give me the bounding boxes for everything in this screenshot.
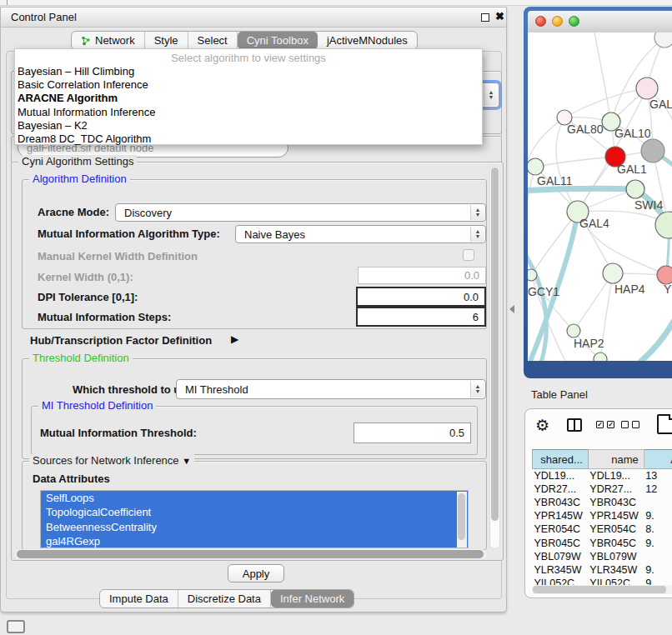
data-attributes-list[interactable]: SelfLoopsTopologicalCoefficientBetweenne… (40, 490, 469, 548)
settings-vertical-scrollbar[interactable] (489, 166, 500, 549)
network-node-hap2[interactable] (567, 324, 580, 338)
close-window-icon[interactable] (535, 16, 546, 27)
network-canvas[interactable]: GALGAL80GAL10GAL1GAL11SWI4GAL4GCY1HAP4YH… (528, 32, 672, 361)
mi-steps-value: 6 (473, 311, 479, 323)
deselect-all-box-icon[interactable] (621, 421, 629, 428)
network-node-swi4[interactable] (626, 180, 644, 198)
network-node[interactable] (655, 212, 672, 238)
table-row[interactable]: YDL19...YDL19...13 (533, 469, 672, 482)
deselect-all-box-icon[interactable] (632, 421, 639, 428)
network-node-gcy1[interactable] (528, 269, 537, 281)
tab-impute-data[interactable]: Impute Data (100, 590, 178, 608)
table-cell: YBR045C (533, 536, 589, 549)
table-row[interactable]: YLR345WYLR345W9. (533, 563, 672, 577)
manual-kernel-checkbox[interactable] (463, 249, 474, 261)
table-row[interactable]: YER054CYER054C8. (533, 522, 672, 536)
aracne-mode-combo[interactable]: Discovery ▲▼ (115, 203, 486, 222)
table-row[interactable]: YBR045CYBR045C9. (533, 536, 672, 549)
table-cell: 12 (644, 482, 672, 496)
top-toolbar-strip (0, 0, 672, 6)
tab-cyni-toolbox[interactable]: Cyni Toolbox (238, 32, 318, 49)
export-document-icon[interactable] (657, 414, 672, 434)
column-visibility-icon[interactable] (567, 418, 582, 432)
cyni-bottom-tabbar: Impute DataDiscretize DataInfer Network (99, 589, 354, 608)
settings-horizontal-scrollbar[interactable] (15, 549, 487, 559)
algorithm-option-dream8-dc-tdc-algorithm[interactable]: Dream8 DC_TDC Algorithm (15, 132, 482, 146)
tab-network[interactable]: Network (72, 32, 145, 49)
mi-threshold-field[interactable]: 0.5 (354, 422, 471, 443)
select-all-check-icon[interactable]: ✓ (596, 421, 604, 428)
network-window-titlebar[interactable] (528, 11, 672, 32)
attribute-item-selfloops[interactable]: SelfLoops (41, 491, 468, 505)
node-label-gal: GAL (649, 98, 672, 111)
table-panel-title: Table Panel (531, 388, 588, 401)
mi-algorithm-type-combo[interactable]: Naive Bayes ▲▼ (235, 225, 486, 243)
which-threshold-combo[interactable]: MI Threshold ▲▼ (176, 379, 486, 399)
attribute-item-gal4rgexp[interactable]: gal4RGexp (41, 534, 468, 548)
settings-gear-icon[interactable]: ⚙ (535, 416, 549, 435)
hub-expand-icon[interactable]: ▶ (231, 333, 238, 345)
attribute-item-topologicalcoefficient[interactable]: TopologicalCoefficient (41, 505, 468, 519)
mi-steps-label: Mutual Information Steps: (38, 311, 171, 323)
attributes-list-scrollbar[interactable] (457, 492, 467, 548)
node-label-hap4: HAP4 (614, 282, 645, 296)
column-header-shared-[interactable]: shared... (533, 450, 589, 469)
network-node[interactable] (654, 32, 672, 48)
column-header-name[interactable]: name (588, 450, 644, 469)
table-cell: YDL19... (588, 469, 644, 482)
panel-divider-grip[interactable] (509, 305, 514, 313)
sources-group: Sources for Network Inference ▼ Data Att… (22, 461, 487, 550)
sources-collapse-icon[interactable]: ▼ (182, 456, 191, 466)
control-panel-titlebar: Control Panel ✖ (1, 8, 506, 28)
mi-steps-field[interactable]: 6 (356, 307, 486, 327)
kernel-width-label: Kernel Width (0,1): (38, 271, 133, 283)
table-cell: YLR345W (533, 563, 589, 577)
apply-button[interactable]: Apply (228, 564, 284, 582)
kernel-width-value: 0.0 (464, 269, 479, 282)
tab-select[interactable]: Select (188, 32, 238, 49)
mi-algorithm-type-label: Mutual Information Algorithm Type: (38, 228, 220, 240)
top-toolbar-divider (7, 0, 8, 5)
table-cell: YPR145W (533, 509, 589, 522)
algorithm-option-mutual-information-inference[interactable]: Mutual Information Inference (15, 106, 482, 119)
which-threshold-value: MI Threshold (185, 383, 248, 396)
attribute-item-betweennesscentrality[interactable]: BetweennessCentrality (41, 520, 468, 534)
node-table[interactable]: shared...nameA YDL19...YDL19...13YDR27..… (532, 449, 672, 587)
kernel-width-field[interactable]: 0.0 (358, 267, 486, 284)
network-node-gal[interactable] (636, 78, 658, 99)
table-horizontal-scrollbar[interactable] (532, 585, 672, 594)
algorithm-option-bayesian-hill-climbing[interactable]: Bayesian – Hill Climbing (15, 65, 482, 78)
column-header-a[interactable]: A (644, 450, 672, 469)
tab-label: jActiveMNodules (327, 34, 408, 47)
select-all-check-icon[interactable]: ✓ (607, 421, 614, 428)
network-node-y[interactable] (657, 266, 672, 284)
combo-stepper-icon: ▲▼ (470, 227, 484, 242)
dpi-tolerance-field[interactable]: 0.0 (356, 287, 486, 307)
float-panel-icon[interactable] (481, 13, 489, 22)
table-cell: YBR043C (588, 496, 644, 509)
dpi-tolerance-label: DPI Tolerance [0,1]: (38, 291, 138, 303)
close-panel-icon[interactable]: ✖ (495, 10, 504, 22)
data-attributes-label: Data Attributes (33, 472, 110, 485)
table-row[interactable]: YBR043CYBR043C (533, 496, 672, 509)
tab-infer-network[interactable]: Infer Network (271, 590, 354, 608)
minimize-window-icon[interactable] (552, 16, 563, 27)
network-node-hap4[interactable] (603, 263, 623, 283)
mi-threshold-value: 0.5 (449, 427, 464, 439)
tab-jactivemnodules[interactable]: jActiveMNodules (318, 32, 417, 49)
sources-title-text: Sources for Network Inference (33, 454, 179, 467)
network-node[interactable] (641, 139, 664, 162)
network-node[interactable] (594, 352, 607, 361)
algorithm-option-basic-correlation-inference[interactable]: Basic Correlation Inference (15, 78, 482, 92)
algorithm-option-bayesian-k2[interactable]: Bayesian – K2 (15, 119, 482, 132)
zoom-window-icon[interactable] (569, 16, 579, 27)
tab-style[interactable]: Style (145, 32, 188, 49)
tab-discretize-data[interactable]: Discretize Data (178, 590, 271, 608)
node-label-gal1: GAL1 (617, 162, 647, 176)
table-row[interactable]: YPR145WYPR145W9. (533, 509, 672, 522)
algorithm-option-aracne-algorithm[interactable]: ARACNE Algorithm (15, 92, 482, 105)
table-row[interactable]: YBL079WYBL079W (533, 550, 672, 563)
table-row[interactable]: YDR27...YDR27...12 (533, 482, 672, 496)
panel-dock-icon[interactable] (7, 620, 25, 633)
network-node-gal11[interactable] (528, 158, 544, 175)
